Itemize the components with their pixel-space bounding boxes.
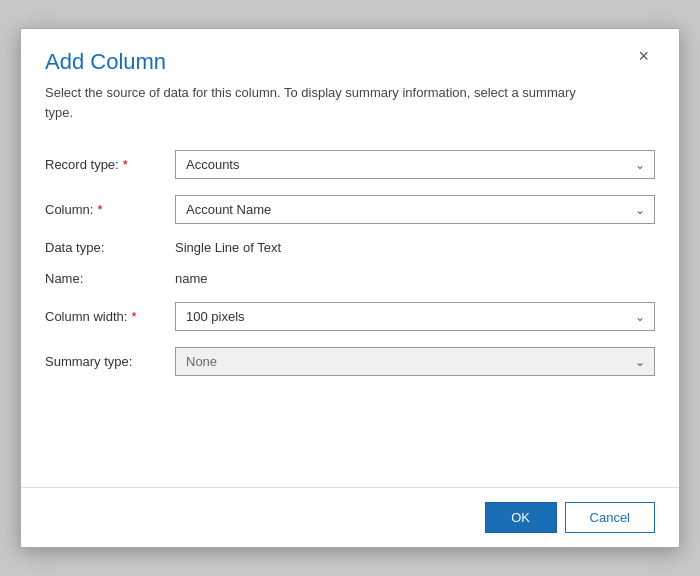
column-required: * [97, 202, 102, 217]
dialog-footer: OK Cancel [21, 487, 679, 547]
column-select-wrapper: Account Name Account Number City ⌄ [175, 195, 655, 224]
column-width-label: Column width: * [45, 309, 175, 324]
summary-type-label: Summary type: [45, 354, 175, 369]
column-width-select-wrapper: 50 pixels 75 pixels 100 pixels 150 pixel… [175, 302, 655, 331]
dialog-header: Add Column Select the source of data for… [21, 29, 679, 122]
record-type-select-wrapper: Accounts Contacts Opportunities ⌄ [175, 150, 655, 179]
cancel-button[interactable]: Cancel [565, 502, 655, 533]
record-type-required: * [123, 157, 128, 172]
data-type-row: Data type: Single Line of Text [45, 240, 655, 255]
data-type-value: Single Line of Text [175, 240, 655, 255]
dialog-title: Add Column [45, 49, 632, 75]
column-row: Column: * Account Name Account Number Ci… [45, 195, 655, 224]
summary-type-select[interactable]: None Count Sum Average Min Max [175, 347, 655, 376]
dialog-overlay: Add Column Select the source of data for… [0, 0, 700, 576]
name-label: Name: [45, 271, 175, 286]
add-column-dialog: Add Column Select the source of data for… [20, 28, 680, 548]
name-row: Name: name [45, 271, 655, 286]
dialog-description: Select the source of data for this colum… [45, 83, 605, 122]
close-button[interactable]: × [632, 45, 655, 67]
dialog-body: Record type: * Accounts Contacts Opportu… [21, 122, 679, 487]
column-label: Column: * [45, 202, 175, 217]
column-width-required: * [131, 309, 136, 324]
record-type-select[interactable]: Accounts Contacts Opportunities [175, 150, 655, 179]
column-width-select[interactable]: 50 pixels 75 pixels 100 pixels 150 pixel… [175, 302, 655, 331]
summary-type-select-wrapper: None Count Sum Average Min Max ⌄ [175, 347, 655, 376]
record-type-row: Record type: * Accounts Contacts Opportu… [45, 150, 655, 179]
column-select[interactable]: Account Name Account Number City [175, 195, 655, 224]
ok-button[interactable]: OK [485, 502, 557, 533]
dialog-title-area: Add Column Select the source of data for… [45, 49, 632, 122]
record-type-label: Record type: * [45, 157, 175, 172]
column-width-row: Column width: * 50 pixels 75 pixels 100 … [45, 302, 655, 331]
data-type-label: Data type: [45, 240, 175, 255]
name-value: name [175, 271, 655, 286]
summary-type-row: Summary type: None Count Sum Average Min… [45, 347, 655, 376]
